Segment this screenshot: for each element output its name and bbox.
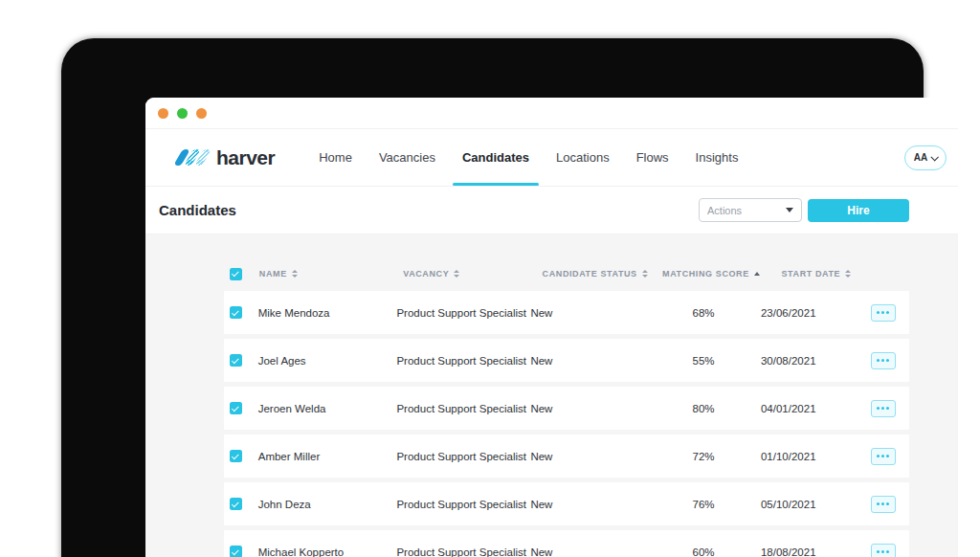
candidate-name: Mike Mendoza bbox=[258, 307, 397, 319]
sort-icon bbox=[642, 270, 648, 278]
table-row: Jeroen Welda Product Support Specialist … bbox=[224, 387, 909, 430]
minimize-window-icon[interactable] bbox=[177, 108, 188, 119]
sort-asc-icon bbox=[754, 272, 760, 276]
window-chrome-bar bbox=[145, 98, 958, 129]
nav-item-label: Vacancies bbox=[379, 150, 435, 165]
top-nav-bar: harver Home Vacancies Candidates Locatio… bbox=[145, 129, 958, 187]
row-actions-button[interactable] bbox=[871, 352, 896, 369]
row-actions-button[interactable] bbox=[871, 400, 896, 417]
check-icon bbox=[232, 269, 239, 277]
row-checkbox[interactable] bbox=[230, 306, 242, 319]
start-date: 01/10/2021 bbox=[761, 451, 871, 462]
row-checkbox[interactable] bbox=[230, 402, 242, 414]
stage: harver Home Vacancies Candidates Locatio… bbox=[0, 0, 980, 557]
column-label: Start Date bbox=[782, 269, 841, 278]
candidate-status: New bbox=[530, 403, 646, 414]
main-nav: Home Vacancies Candidates Locations Flow… bbox=[305, 129, 751, 186]
table-row: Michael Kopperto Product Support Special… bbox=[224, 530, 909, 557]
nav-item-candidates[interactable]: Candidates bbox=[449, 129, 543, 186]
column-header-vacancy[interactable]: Vacancy bbox=[403, 269, 542, 278]
hire-button[interactable]: Hire bbox=[808, 199, 909, 222]
column-label: Candidate Status bbox=[543, 269, 637, 278]
row-actions-button[interactable] bbox=[871, 496, 896, 513]
column-label: Matching Score bbox=[662, 269, 749, 278]
candidate-status: New bbox=[530, 451, 646, 462]
candidate-status: New bbox=[530, 499, 646, 510]
ellipsis-icon bbox=[881, 359, 884, 362]
candidate-name: Michael Kopperto bbox=[258, 546, 397, 557]
candidate-vacancy: Product Support Specialist bbox=[396, 355, 530, 367]
ellipsis-icon bbox=[881, 311, 884, 314]
column-header-name[interactable]: Name bbox=[259, 269, 403, 278]
nav-item-flows[interactable]: Flows bbox=[623, 129, 682, 186]
nav-item-locations[interactable]: Locations bbox=[543, 129, 623, 186]
page-title: Candidates bbox=[159, 202, 236, 218]
matching-score: 72% bbox=[646, 451, 761, 462]
nav-item-label: Insights bbox=[696, 150, 739, 165]
brand-wordmark: harver bbox=[216, 146, 275, 169]
ellipsis-icon bbox=[881, 502, 884, 505]
matching-score: 55% bbox=[646, 355, 761, 367]
column-header-start-date[interactable]: Start Date bbox=[782, 269, 896, 278]
actions-dropdown-value: Actions bbox=[707, 205, 742, 216]
row-actions-button[interactable] bbox=[871, 448, 896, 465]
check-icon bbox=[232, 356, 239, 364]
candidate-vacancy: Product Support Specialist bbox=[396, 307, 530, 319]
chevron-down-icon bbox=[931, 153, 939, 161]
candidates-table: Name Vacancy Candidate Status Matching S… bbox=[145, 234, 958, 557]
column-header-candidate-status[interactable]: Candidate Status bbox=[543, 269, 662, 278]
ellipsis-icon bbox=[881, 455, 884, 457]
select-all-checkbox[interactable] bbox=[230, 268, 242, 280]
candidate-status: New bbox=[530, 355, 646, 367]
matching-score: 80% bbox=[646, 403, 761, 414]
row-checkbox[interactable] bbox=[230, 354, 242, 367]
start-date: 04/01/2021 bbox=[761, 403, 871, 414]
ellipsis-icon bbox=[881, 407, 884, 410]
caret-down-icon bbox=[786, 208, 793, 212]
close-window-icon[interactable] bbox=[158, 108, 168, 119]
row-checkbox[interactable] bbox=[230, 546, 242, 557]
table-header-row: Name Vacancy Candidate Status Matching S… bbox=[224, 261, 909, 286]
start-date: 05/10/2021 bbox=[761, 499, 871, 510]
table-row: Mike Mendoza Product Support Specialist … bbox=[224, 291, 909, 334]
account-initials: AA bbox=[914, 152, 927, 163]
sort-icon bbox=[845, 270, 851, 278]
column-header-matching-score[interactable]: Matching Score bbox=[662, 269, 781, 278]
sort-icon bbox=[454, 270, 459, 278]
candidate-name: Joel Ages bbox=[258, 355, 397, 367]
account-menu-button[interactable]: AA bbox=[904, 145, 947, 170]
maximize-window-icon[interactable] bbox=[196, 108, 207, 119]
sort-icon bbox=[292, 270, 298, 278]
table-row: John Deza Product Support Specialist New… bbox=[224, 482, 909, 525]
device-frame: harver Home Vacancies Candidates Locatio… bbox=[61, 38, 924, 557]
check-icon bbox=[232, 500, 239, 507]
candidate-vacancy: Product Support Specialist bbox=[396, 546, 530, 557]
row-checkbox[interactable] bbox=[230, 450, 242, 462]
actions-dropdown[interactable]: Actions bbox=[699, 198, 802, 222]
harver-leaves-icon bbox=[178, 149, 210, 166]
start-date: 23/06/2021 bbox=[761, 307, 871, 319]
candidate-name: Amber Miller bbox=[258, 451, 397, 462]
harver-logo[interactable]: harver bbox=[178, 146, 275, 169]
candidate-name: Jeroen Welda bbox=[258, 403, 397, 414]
check-icon bbox=[232, 308, 239, 316]
candidate-vacancy: Product Support Specialist bbox=[396, 451, 530, 462]
column-label: Vacancy bbox=[403, 269, 449, 278]
nav-item-label: Candidates bbox=[462, 150, 529, 165]
nav-item-insights[interactable]: Insights bbox=[682, 129, 752, 186]
row-actions-button[interactable] bbox=[871, 544, 896, 557]
nav-item-vacancies[interactable]: Vacancies bbox=[366, 129, 449, 186]
candidate-vacancy: Product Support Specialist bbox=[396, 499, 530, 510]
check-icon bbox=[232, 547, 239, 555]
matching-score: 76% bbox=[646, 499, 761, 510]
nav-item-label: Home bbox=[319, 150, 352, 165]
nav-item-home[interactable]: Home bbox=[305, 129, 366, 186]
matching-score: 68% bbox=[646, 307, 761, 319]
check-icon bbox=[232, 404, 239, 412]
start-date: 30/08/2021 bbox=[761, 355, 871, 367]
table-row: Amber Miller Product Support Specialist … bbox=[224, 434, 909, 478]
ellipsis-icon bbox=[881, 550, 884, 553]
row-checkbox[interactable] bbox=[230, 498, 242, 510]
column-label: Name bbox=[259, 269, 287, 278]
row-actions-button[interactable] bbox=[871, 304, 896, 322]
